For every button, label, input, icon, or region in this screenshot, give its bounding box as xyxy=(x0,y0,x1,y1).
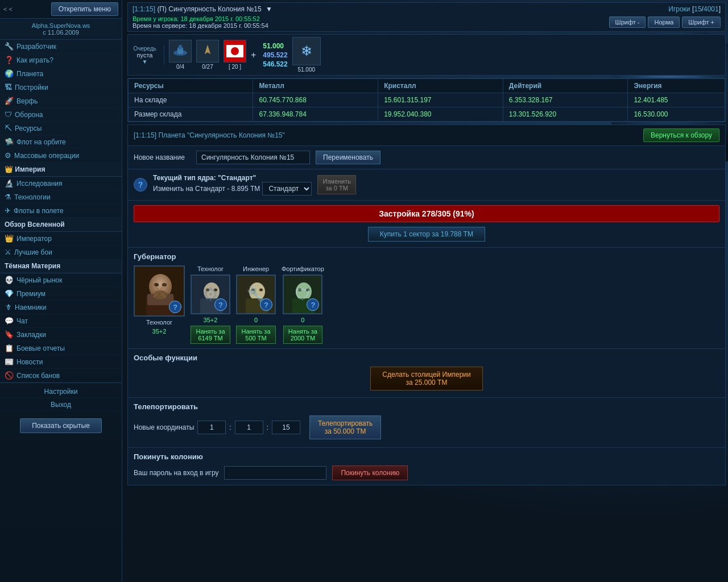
special-functions-label: Особые функции xyxy=(134,354,719,362)
sidebar-item-logout[interactable]: Выход xyxy=(0,398,122,411)
sidebar-label-bookmarks: Закладки xyxy=(16,331,46,339)
black-market-icon: 💀 xyxy=(5,276,14,284)
hire-technologist-button[interactable]: Нанять за 6149 ТМ xyxy=(191,326,230,344)
resources-values: 51.000 495.522 546.522 xyxy=(263,42,287,68)
col-header-metal: Металл xyxy=(253,79,378,93)
core-select[interactable]: Стандарт xyxy=(262,182,312,196)
panel-coords-link[interactable]: [1:1:15] xyxy=(134,131,156,139)
buy-sector-button[interactable]: Купить 1 сектор за 19.788 ТМ xyxy=(368,227,485,242)
open-menu-button[interactable]: Открепить меню xyxy=(51,2,118,16)
sidebar-item-resources[interactable]: ⛏ Ресурсы xyxy=(0,122,122,135)
core-help-button[interactable]: ? xyxy=(134,178,147,192)
coord-input-2[interactable] xyxy=(235,421,263,434)
governor-eng-help[interactable]: ? xyxy=(260,298,272,311)
governor-eng-portrait: ? xyxy=(236,275,276,314)
sidebar-arrows[interactable]: < < xyxy=(3,6,13,13)
user-info: Alpha.SuperNova.ws с 11.06.2009 xyxy=(0,19,122,40)
sidebar-label-dark-matter: Тёмная Материя xyxy=(5,262,60,270)
sidebar-item-defense[interactable]: 🛡 Оборона xyxy=(0,108,122,122)
sidebar-item-emperor[interactable]: 👑 Император xyxy=(0,232,122,246)
section-empire[interactable]: 👑 Империя xyxy=(0,163,122,177)
sidebar-item-chat[interactable]: 💬 Чат xyxy=(0,314,122,328)
sidebar-item-mercenaries[interactable]: 🗡 Наемники xyxy=(0,301,122,314)
sidebar-item-ban-list[interactable]: 🚫 Список банов xyxy=(0,369,122,383)
sidebar-item-howtoplay[interactable]: ❓ Как играть? xyxy=(0,53,122,67)
governor-tech-help[interactable]: ? xyxy=(214,298,227,311)
sidebar-item-shipyard[interactable]: 🚀 Верфь xyxy=(0,94,122,108)
sidebar-item-developer[interactable]: 🔧 Разработчик xyxy=(0,40,122,53)
sidebar-label-research: Исследования xyxy=(16,180,62,188)
leave-colony-button[interactable]: Покинуть колонию xyxy=(332,465,408,480)
queue-triangle: ▼ xyxy=(142,59,148,65)
sidebar-item-settings[interactable]: Настройки xyxy=(0,385,122,398)
governor-fort-portrait: ? xyxy=(283,275,322,314)
svg-point-32 xyxy=(214,289,217,292)
font-normal-button[interactable]: Норма xyxy=(648,16,680,28)
time-player: Время у игрока: 18 декабря 2015 г. 00:55… xyxy=(133,15,268,22)
core-text: Текущий тип ядра: "Стандарт" Изменить на… xyxy=(153,174,312,196)
table-row-warehouse: На складе 60.745.770.868 15.601.315.197 … xyxy=(129,93,725,107)
ban-icon: 🚫 xyxy=(5,371,14,380)
rename-label: Новое название xyxy=(134,153,191,161)
planet-dropdown[interactable]: ▼ xyxy=(266,5,272,13)
rename-button[interactable]: Переименовать xyxy=(316,151,380,164)
planet-coords-link[interactable]: [1:1:15] xyxy=(133,5,155,13)
sidebar-label-battle-reports: Боевые отчеты xyxy=(16,344,65,352)
table-row-capacity: Размер склада 67.336.948.784 19.952.040.… xyxy=(129,107,725,122)
password-input[interactable] xyxy=(224,466,326,480)
governor-engineer: Инженер ? 0 Нанять за xyxy=(236,265,276,344)
teleport-button[interactable]: Телепортировать за 50.000 ТМ xyxy=(309,415,381,439)
tech-icon: ⚗ xyxy=(5,193,11,201)
sidebar-item-fleet-orbit[interactable]: 🛸 Флот на орбите xyxy=(0,135,122,149)
resources-table-wrap: Ресурсы Металл Кристалл Дейтерий Энергия… xyxy=(127,78,726,122)
sidebar-item-battle-reports[interactable]: 📋 Боевые отчеты xyxy=(0,342,122,355)
times: Время у игрока: 18 декабря 2015 г. 00:55… xyxy=(133,15,268,29)
sidebar-item-buildings[interactable]: 🏗 Постройки xyxy=(0,81,122,94)
sidebar-item-bookmarks[interactable]: 🔖 Закладки xyxy=(0,328,122,342)
queue-count-2: 0/27 xyxy=(202,64,213,70)
mercenaries-icon: 🗡 xyxy=(5,303,12,311)
coord-input-3[interactable] xyxy=(272,421,300,434)
svg-point-26 xyxy=(162,283,167,286)
user-since: с 11.06.2009 xyxy=(2,29,119,36)
svg-point-31 xyxy=(206,289,209,292)
sidebar-item-fleets-flight[interactable]: ✈ Флоты в полете xyxy=(0,204,122,218)
sidebar-label-logout: Выход xyxy=(51,401,71,409)
hire-fortifier-button[interactable]: Нанять за 2000 ТМ xyxy=(283,326,322,344)
sidebar-item-best-battles[interactable]: ⚔ Лучшие бои xyxy=(0,246,122,259)
sidebar-item-research[interactable]: 🔬 Исследования xyxy=(0,177,122,190)
sidebar-item-premium[interactable]: 💎 Премиум xyxy=(0,287,122,301)
coord-input-1[interactable] xyxy=(197,421,226,434)
sidebar-item-planet[interactable]: 🌍 Планета xyxy=(0,67,122,81)
section-dark-matter[interactable]: Тёмная Материя xyxy=(0,259,122,273)
font-plus-button[interactable]: Шрифт + xyxy=(682,16,721,28)
warehouse-deuter: 6.353.328.167 xyxy=(503,93,628,107)
sidebar-label-fleets-flight: Флоты в полете xyxy=(14,207,64,215)
queue-status: пуста xyxy=(137,52,153,59)
rename-input[interactable] xyxy=(196,151,310,164)
warehouse-metal: 60.745.770.868 xyxy=(253,93,378,107)
warehouse-label: На складе xyxy=(129,93,253,107)
governor-main-help[interactable]: ? xyxy=(169,301,181,313)
plus-separator: + xyxy=(251,50,256,60)
show-hidden-button[interactable]: Показать скрытые xyxy=(20,418,102,433)
buildings-icon: 🏗 xyxy=(5,83,12,92)
governor-tech-portrait: ? xyxy=(191,275,230,314)
sidebar-item-technologies[interactable]: ⚗ Технологии xyxy=(0,190,122,204)
svg-point-25 xyxy=(154,283,159,286)
energy-value: 51.000 xyxy=(297,66,315,73)
queue-label: Очередь xyxy=(133,45,156,52)
change-core-button[interactable]: Изменить за 0 ТМ xyxy=(317,175,356,194)
change-core-line2: за 0 ТМ xyxy=(322,185,351,192)
hire-engineer-button[interactable]: Нанять за 500 ТМ xyxy=(236,326,275,344)
font-minus-button[interactable]: Шрифт - xyxy=(609,16,646,28)
sidebar-item-mass-ops[interactable]: ⚙ Массовые операции xyxy=(0,149,122,163)
warehouse-energy: 12.401.485 xyxy=(628,93,725,107)
make-capital-button[interactable]: Сделать столицей Империи за 25.000 ТМ xyxy=(370,367,483,390)
sidebar-item-news[interactable]: 📰 Новости xyxy=(0,355,122,369)
planet-type-text: (П) xyxy=(157,5,167,13)
back-overview-button[interactable]: Вернуться к обзору xyxy=(643,128,719,142)
snowflake-wrapper: ❄ 51.000 xyxy=(292,37,321,73)
sidebar-item-black-market[interactable]: 💀 Чёрный рынок xyxy=(0,273,122,287)
section-galaxy[interactable]: Обзор Вселенной xyxy=(0,218,122,232)
